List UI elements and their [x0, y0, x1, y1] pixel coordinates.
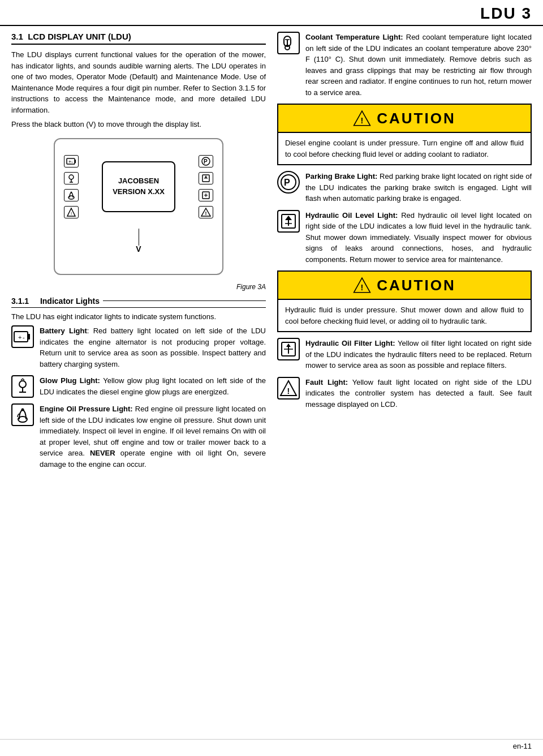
main-content: 3.1 LCD DISPLAY UNIT (LDU) The LDU displ…: [0, 26, 543, 481]
fault-title: Fault Light:: [305, 378, 348, 386]
page-footer: en-11: [0, 739, 543, 750]
battery-indicator-item: + - Battery Light: Red battery light loc…: [11, 325, 266, 370]
ldu-center-text: JACOBSENVERSION X.XX: [113, 176, 165, 196]
ldu-center-display: JACOBSENVERSION X.XX: [102, 161, 175, 212]
hyd-oil-level-title: Hydraulic Oil Level Light:: [305, 211, 398, 220]
battery-text: Battery Light: Red battery light located…: [40, 325, 266, 370]
svg-text:!: !: [205, 211, 207, 216]
svg-text:!: !: [361, 116, 364, 125]
caution-header-1: ! CAUTION: [278, 105, 531, 133]
glow-plug-icon: [11, 375, 34, 398]
caution-title-1: CAUTION: [377, 110, 455, 127]
engine-oil-title: Engine Oil Pressure Light:: [40, 405, 133, 413]
svg-point-4: [69, 175, 74, 179]
caution-title-2: CAUTION: [377, 277, 455, 294]
hyd-oil-filter-icon: [277, 338, 300, 360]
glow-plug-text: Glow Plug Light: Yellow glow plug light …: [40, 375, 266, 397]
svg-point-8: [71, 191, 72, 193]
page-header: LDU 3: [0, 0, 543, 26]
engine-oil-icon: [11, 403, 34, 426]
svg-text:!: !: [287, 386, 290, 396]
svg-text:-: -: [23, 334, 25, 341]
engine-oil-desc: Red engine oil pressure light located on…: [40, 405, 266, 469]
caution-box-1: ! CAUTION Diesel engine coolant is under…: [277, 104, 532, 165]
hyd-oil-filter-indicator-item: Hydraulic Oil Filter Light: Yellow oil f…: [277, 338, 532, 371]
ldu-icon-oil: [64, 189, 79, 201]
svg-text:!: !: [361, 283, 364, 292]
v-line: [139, 229, 139, 246]
engine-oil-indicator-item: Engine Oil Pressure Light: Red engine oi…: [11, 403, 266, 470]
coolant-indicator-item: Coolant Temperature Light: Red coolant t…: [277, 32, 532, 98]
v-label: V: [136, 244, 141, 254]
indicator-intro: The LDU has eight indicator lights to in…: [11, 311, 266, 323]
caution-body-1: Diesel engine coolant is under pressure.…: [278, 133, 531, 164]
svg-marker-41: [285, 216, 292, 220]
right-column: Coolant Temperature Light: Red coolant t…: [277, 32, 532, 475]
ldu-icon-parking: P: [199, 155, 213, 167]
left-column: 3.1 LCD DISPLAY UNIT (LDU) The LDU displ…: [11, 32, 266, 475]
svg-marker-15: [205, 175, 207, 178]
fault-text: Fault Light: Yellow fault light located …: [305, 377, 532, 410]
glow-plug-title: Glow Plug Light:: [40, 376, 100, 385]
ldu-icon-hyd-filter: [199, 189, 213, 201]
hyd-oil-filter-title: Hydraulic Oil Filter Light:: [305, 339, 395, 347]
ldu-icon-fault: !: [199, 206, 213, 218]
coolant-text: Coolant Temperature Light: Red coolant t…: [305, 32, 532, 98]
svg-marker-49: [286, 343, 291, 347]
svg-line-29: [23, 379, 24, 380]
ldu-icon-extra: !: [64, 206, 79, 218]
svg-point-31: [21, 409, 24, 411]
svg-text:+: +: [18, 334, 21, 341]
page-title: LDU 3: [480, 5, 532, 23]
caution-header-2: ! CAUTION: [278, 272, 531, 300]
engine-oil-text: Engine Oil Pressure Light: Red engine oi…: [40, 403, 266, 470]
fault-indicator-item: ! Fault Light: Yellow fault light locate…: [277, 377, 532, 410]
caution-box-2: ! CAUTION Hydraulic fluid is under press…: [277, 270, 532, 332]
fault-icon: !: [277, 377, 300, 400]
svg-point-25: [19, 381, 26, 388]
coolant-title: Coolant Temperature Light:: [305, 33, 403, 41]
hyd-oil-level-text: Hydraulic Oil Level Light: Red hydraulic…: [305, 210, 532, 265]
svg-rect-22: [28, 334, 30, 340]
svg-rect-1: [75, 160, 76, 163]
ldu-right-icons: P: [199, 155, 213, 218]
parking-brake-indicator-item: P Parking Brake Light: Red parking brake…: [277, 171, 532, 204]
caution-triangle-icon-1: !: [353, 109, 371, 127]
battery-title: Battery Light: [40, 327, 87, 335]
intro-para-1: The LDU displays current functional valu…: [11, 49, 266, 115]
hyd-oil-level-indicator-item: Hydraulic Oil Level Light: Red hydraulic…: [277, 210, 532, 265]
glow-plug-indicator-item: Glow Plug Light: Yellow glow plug light …: [11, 375, 266, 398]
section-heading: 3.1 LCD DISPLAY UNIT (LDU): [11, 32, 266, 45]
figure-label: Figure 3A: [11, 283, 266, 291]
svg-text:P: P: [284, 178, 290, 187]
svg-text:!: !: [71, 211, 72, 216]
ldu-left-icons: + -: [64, 155, 79, 218]
hyd-oil-level-icon: [277, 210, 300, 233]
caution-triangle-icon-2: !: [353, 276, 371, 294]
svg-text:P: P: [204, 158, 208, 165]
coolant-icon: [277, 32, 300, 54]
v-indicator-area: V: [64, 229, 213, 257]
subsection-heading: 3.1.1 Indicator Lights: [11, 297, 266, 308]
coolant-desc: Red coolant temperature light located on…: [305, 33, 532, 97]
parking-brake-text: Parking Brake Light: Red parking brake l…: [305, 171, 532, 204]
svg-text:-: -: [71, 159, 73, 165]
ldu-icon-glow: [64, 172, 79, 184]
parking-brake-title: Parking Brake Light:: [305, 172, 377, 181]
intro-para-2: Press the black button (V) to move throu…: [11, 119, 266, 130]
caution-body-2: Hydraulic fluid is under pressure. Shut …: [278, 300, 531, 331]
ldu-icon-hyd-level: [199, 172, 213, 184]
hyd-oil-filter-text: Hydraulic Oil Filter Light: Yellow oil f…: [305, 338, 532, 371]
ldu-diagram-inner: + -: [64, 147, 213, 226]
battery-icon: + -: [11, 325, 34, 348]
ldu-diagram: + -: [54, 138, 223, 275]
ldu-icon-battery: + -: [64, 155, 79, 167]
page-number: en-11: [513, 742, 532, 750]
parking-brake-icon: P: [277, 171, 300, 194]
